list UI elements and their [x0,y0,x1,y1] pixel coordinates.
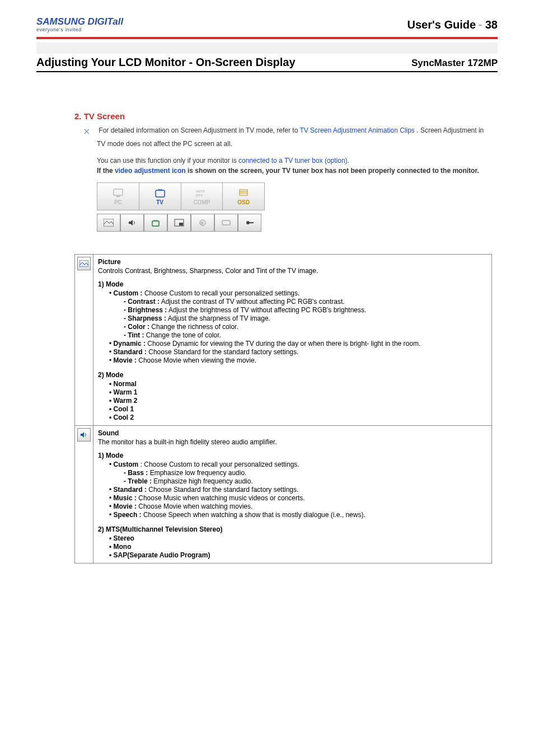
intro1-pre: For detailed information on Screen Adjus… [99,126,299,134]
brand-logo: SAMSUNG DIGITall everyone's invited [36,17,123,32]
svg-rect-1 [116,196,120,197]
picture-mode2-heading: 2) Mode [98,371,487,379]
video-adjust-link[interactable]: video adjustment icon [115,167,186,175]
sound-row-icon-cell [75,426,93,564]
picture-dynamic-item: • Dynamic : Choose Dynamic for viewing t… [109,340,487,348]
model-name: SyncMaster 172MP [411,58,498,69]
channel-icon[interactable] [144,214,167,232]
setup-icon[interactable] [238,214,261,232]
sound-movie-item: • Movie : Choose Movie when watching mov… [109,503,487,510]
picture-warm2: • Warm 2 [109,397,487,405]
picture-cool1: • Cool 1 [109,405,487,413]
definitions-table: Picture Controls Contrast, Brightness, S… [74,254,492,564]
input-mode-tabs: PC TV HDTVDTV COMP [97,182,265,210]
info-paragraph-1: ✕ For detailed information on Screen Adj… [74,125,492,149]
svg-rect-16 [250,222,254,223]
sound-icon[interactable] [120,214,144,232]
info-paragraph-2: You can use this function only if your m… [74,156,492,176]
sound-sap: • SAP(Separate Audio Program) [109,551,487,559]
logo-main-text: SAMSUNG DIGITall [36,17,123,26]
sound-mono: • Mono [109,543,487,551]
picture-title: Picture [98,258,487,266]
svg-rect-5 [240,190,247,195]
picture-movie-item: • Movie : Choose Movie when viewing the … [109,356,487,364]
guide-sep: - [479,18,485,31]
tab-pc[interactable]: PC [97,183,139,210]
svg-rect-2 [156,190,165,197]
tv-icon [154,188,166,198]
picture-contrast: - Contrast : Adjust the contrast of TV w… [124,298,487,306]
picture-custom-item: • Custom : Choose Custom to recall your … [109,289,487,297]
function-icon[interactable]: ⚙ [191,214,214,232]
tab-osd[interactable]: OSD [223,183,264,210]
sound-treble: - Treble : Emphasize high frequency audi… [124,477,487,485]
sound-cell: Sound The monitor has a built-in high fi… [93,426,492,564]
svg-rect-0 [114,189,123,195]
sound-speech-item: • Speech : Choose Speech when watching a… [109,511,487,519]
sound-mode1-heading: 1) Mode [98,452,487,459]
picture-brightness: - Brightness : Adjust the brightness of … [124,306,487,314]
sound-desc: The monitor has a built-in high fidelity… [98,438,487,446]
picture-icon[interactable] [97,214,120,232]
sound-stereo: • Stereo [109,534,487,542]
svg-rect-14 [222,220,230,225]
intro2-pre: You can use this function only if your m… [97,157,238,165]
red-divider [36,37,498,39]
picture-warm1: • Warm 1 [109,388,487,396]
tab-tv-label: TV [156,199,163,205]
svg-text:⚙: ⚙ [200,221,204,225]
logo-sub-text: everyone's invited [36,27,123,32]
section-heading: 2. TV Screen [74,111,492,121]
svg-text:HDTV: HDTV [196,190,205,193]
svg-text:DTV: DTV [196,194,203,197]
picture-standard-item: • Standard : Choose Standard for the sta… [109,348,487,356]
intro3-pre: If the [97,167,115,175]
sound-custom-item: • Custom : Choose Custom to recall your … [109,461,487,468]
tab-pc-label: PC [114,199,122,205]
page-title: Adjusting Your LCD Monitor - On-Screen D… [36,56,296,69]
sound-title: Sound [98,429,487,437]
picture-mode1-heading: 1) Mode [98,280,487,288]
info-icon: ✕ [83,125,94,139]
tab-osd-label: OSD [237,199,250,205]
header: SAMSUNG DIGITall everyone's invited User… [36,17,498,32]
picture-normal: • Normal [109,380,487,388]
tab-tv[interactable]: TV [139,183,181,210]
picture-cool2: • Cool 2 [109,414,487,421]
picture-sharpness: - Sharpness : Adjust the sharpness of TV… [124,314,487,322]
sound-mts-heading: 2) MTS(Multichannel Television Stereo) [98,525,487,533]
tv-animation-link[interactable]: TV Screen Adjustment Animation Clips [299,126,414,134]
osd-icon-row: ⚙ [97,214,265,232]
page-number: 38 [485,18,498,31]
guide-label: User's Guide [407,18,476,31]
sound-bass: - Bass : Emphasize low frequency audio. [124,469,487,477]
svg-rect-11 [179,223,183,226]
sound-standard-item: • Standard : Choose Standard for the sta… [109,486,487,494]
picture-row-icon-cell [75,255,93,426]
tab-comp[interactable]: HDTVDTV COMP [181,183,223,210]
picture-row-icon [77,257,91,270]
picture-tint: - Tint : Change the tone of color. [124,331,487,339]
size-icon[interactable] [214,214,238,232]
picture-cell: Picture Controls Contrast, Brightness, S… [93,255,492,426]
monitor-icon [112,188,124,198]
component-icon: HDTVDTV [195,188,208,198]
intro3-post: is shown on the screen, your TV tuner bo… [188,167,479,175]
guide-title-wrap: User's Guide - 38 [407,18,498,31]
picture-desc: Controls Contrast, Brightness, Sharpness… [98,267,487,275]
tab-comp-label: COMP [193,199,210,205]
svg-rect-9 [152,221,159,226]
osd-icon [237,188,250,198]
pip-icon[interactable] [167,214,191,232]
tuner-box-link[interactable]: connected to a TV tuner box (option). [238,157,349,165]
title-row: Adjusting Your LCD Monitor - On-Screen D… [36,56,498,72]
sound-row-icon [77,428,91,442]
picture-color: - Color : Change the richness of color. [124,323,487,331]
gray-banner [36,43,498,54]
svg-point-15 [246,221,250,224]
sound-music-item: • Music : Choose Music when watching mus… [109,494,487,502]
